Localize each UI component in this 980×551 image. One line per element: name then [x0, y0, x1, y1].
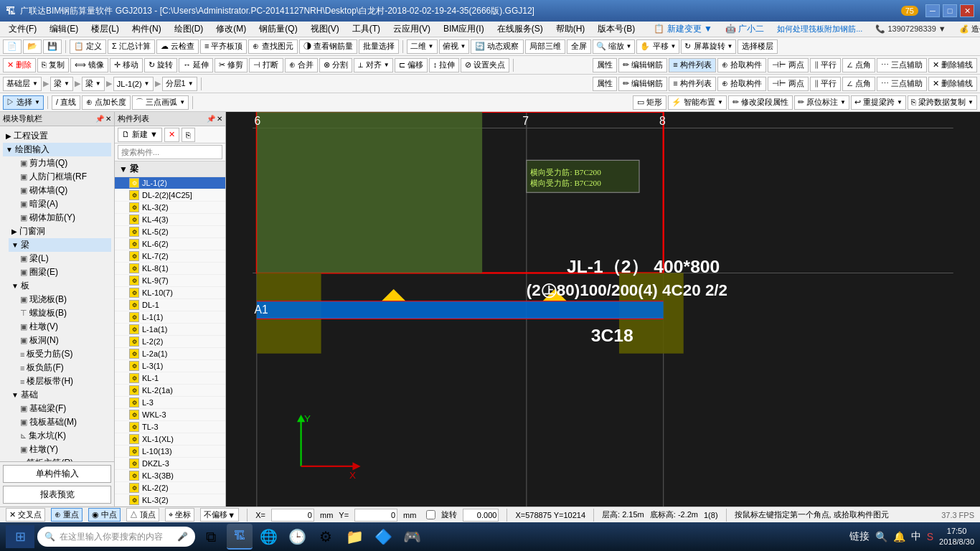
tb-trim[interactable]: ✂ 修剪: [215, 58, 248, 72]
comp-panel-pin[interactable]: 📌: [207, 115, 215, 123]
taskbar-app-taskview[interactable]: ⧉: [198, 524, 224, 550]
tb-calculate[interactable]: Σ 汇总计算: [108, 39, 155, 54]
nav-close[interactable]: ✕: [105, 115, 111, 123]
tb-point-len[interactable]: ⊕ 点加长度: [82, 95, 131, 110]
tb-align[interactable]: ⊥ 对齐 ▼: [354, 58, 393, 72]
tb-line[interactable]: / 直线: [52, 95, 80, 110]
tb-view-angle[interactable]: 俯视 ▼: [439, 39, 470, 54]
tb-define[interactable]: 📋 定义: [70, 39, 106, 54]
nav-item-hidden-beam[interactable]: ▣ 暗梁(A): [9, 197, 111, 211]
clock[interactable]: 17:50 2018/8/30: [939, 526, 974, 548]
nav-item-col-base[interactable]: ▣ 柱墩(Y): [9, 443, 111, 456]
comp-item-15[interactable]: ⚙ L-3(1): [115, 360, 225, 372]
canvas-area[interactable]: 6 7 8 A1 横向受力筋: B7C200 横向受力筋: B7C200 JL-…: [226, 112, 980, 507]
tb-layer[interactable]: 分层1 ▼: [162, 77, 197, 91]
menu-coins[interactable]: 💰 造价豆:0: [953, 22, 980, 36]
taskbar-app-diamond[interactable]: 🔷: [370, 524, 396, 550]
snap-cross[interactable]: ✕ 交叉点: [6, 508, 45, 522]
start-button[interactable]: ⊞: [6, 525, 34, 548]
tb-in-situ[interactable]: ✏ 原位标注 ▼: [794, 95, 849, 110]
tb-smart[interactable]: ⚡ 智能布置 ▼: [668, 95, 727, 110]
menu-draw[interactable]: 绘图(D): [169, 22, 209, 37]
comp-item-19[interactable]: ⚙ WKL-3: [115, 409, 225, 421]
taskbar-app-game[interactable]: 🎮: [399, 524, 425, 550]
tb-merge[interactable]: ⊕ 合并: [285, 58, 318, 72]
nav-item-masonry-wall[interactable]: ▣ 砌体墙(Q): [9, 184, 111, 197]
tb-rotate[interactable]: ↻ 屏幕旋转 ▼: [681, 39, 736, 54]
tb-2d[interactable]: 二维 ▼: [407, 39, 438, 54]
tb-mirror[interactable]: ⟺ 镜像: [70, 58, 108, 72]
snap-no-offset[interactable]: 不偏移 ▼: [200, 508, 239, 522]
menu-version[interactable]: 版本号(B): [592, 22, 641, 37]
comp-item-4[interactable]: ⚙ KL-5(2): [115, 226, 225, 238]
comp-item-24[interactable]: ⚙ KL-3(3B): [115, 470, 225, 482]
input-method-icon[interactable]: 中: [911, 530, 921, 543]
nav-group-slab[interactable]: ▼ 板: [9, 279, 111, 293]
comp-item-2[interactable]: ⚙ KL-3(2): [115, 202, 225, 214]
tb-three-point2[interactable]: ⋯ 三点辅助: [877, 77, 927, 91]
comp-copy-btn[interactable]: ⎘: [182, 128, 195, 142]
link-icon[interactable]: 链接: [849, 530, 870, 543]
comp-item-25[interactable]: ⚙ KL-2(2): [115, 482, 225, 494]
nav-item-ring-beam[interactable]: ▣ 圈梁(E): [9, 265, 111, 279]
tb-delete[interactable]: ✕ 删除: [3, 58, 36, 72]
tb-offset[interactable]: ⊏ 偏移: [395, 58, 428, 72]
taskbar-app-ggj[interactable]: 🏗: [227, 524, 253, 550]
nav-item-beam-l[interactable]: ▣ 梁(L): [9, 252, 111, 265]
tb-cloud-check[interactable]: ☁ 云检查: [156, 39, 199, 54]
nav-group-foundation[interactable]: ▼ 基础: [9, 388, 111, 402]
tb-move[interactable]: ✛ 移动: [110, 58, 143, 72]
tb-two-points[interactable]: ⊣⊢ 两点: [768, 58, 809, 72]
comp-item-11[interactable]: ⚙ L-1(1): [115, 311, 225, 324]
tb-point-angle2[interactable]: ∠ 点角: [842, 77, 875, 91]
menu-modify[interactable]: 修改(M): [210, 22, 252, 37]
nav-item-foundation-beam[interactable]: ▣ 基础梁(F): [9, 402, 111, 415]
menu-cloud[interactable]: 云应用(V): [387, 22, 436, 37]
notification-icon[interactable]: 🔔: [893, 531, 905, 542]
comp-item-13[interactable]: ⚙ L-2(2): [115, 336, 225, 348]
nav-item-civil-defense[interactable]: ▣ 人防门框墙(RF: [9, 170, 111, 184]
tb-parallel2[interactable]: ∥ 平行: [810, 77, 841, 91]
comp-item-1[interactable]: ⚙ DL-2(2)[4C25]: [115, 189, 225, 202]
minimize-btn[interactable]: ─: [925, 4, 940, 17]
comp-item-8[interactable]: ⚙ KL-9(7): [115, 275, 225, 287]
taskbar-search-bar[interactable]: 🔍 在这里输入你要搜索的内容 🎤: [37, 527, 195, 547]
tb-save[interactable]: 💾: [43, 39, 62, 54]
tb-comp-list2[interactable]: ≡ 构件列表: [669, 77, 715, 91]
tb-edit-steel2[interactable]: ✏ 编辑钢筋: [618, 77, 667, 91]
nav-item-slab-hole[interactable]: ▣ 板洞(N): [9, 334, 111, 347]
tb-fullscreen[interactable]: 全屏: [567, 39, 591, 54]
tb-copy[interactable]: ⎘ 复制: [37, 58, 69, 72]
snap-vertex[interactable]: △ 顶点: [126, 508, 159, 522]
tb-subtype-select[interactable]: 梁 ▼: [82, 77, 105, 91]
x-input[interactable]: [271, 509, 314, 522]
nav-item-raft-main[interactable]: ≡ 筏板主筋(R): [9, 456, 111, 461]
taskbar-app-file[interactable]: 📁: [341, 524, 367, 550]
menu-edit[interactable]: 编辑(E): [44, 22, 84, 37]
comp-item-7[interactable]: ⚙ KL-8(1): [115, 263, 225, 275]
tb-modify-seg[interactable]: ✏ 修改梁段属性: [728, 95, 793, 110]
comp-item-20[interactable]: ⚙ TL-3: [115, 421, 225, 433]
comp-new-btn[interactable]: 🗋 新建 ▼: [118, 128, 162, 142]
comp-item-12[interactable]: ⚙ L-1a(1): [115, 324, 225, 336]
tb-pan[interactable]: ✋ 平移 ▼: [636, 39, 679, 54]
menu-steel[interactable]: 钢筋量(Q): [253, 22, 303, 37]
menu-assistant[interactable]: 🤖 广小二: [720, 22, 770, 37]
tb-comp-list[interactable]: ≡ 构件列表: [669, 58, 715, 72]
single-component-btn[interactable]: 单构件输入: [3, 465, 111, 483]
tb-new[interactable]: 📄: [3, 39, 22, 54]
tb-set-grip[interactable]: ⊘ 设置夹点: [461, 58, 509, 72]
comp-item-16[interactable]: ⚙ KL-1: [115, 372, 225, 385]
comp-item-21[interactable]: ⚙ XL-1(XL): [115, 433, 225, 446]
tb-batch-select[interactable]: 批量选择: [359, 39, 399, 54]
tb-rotate2[interactable]: ↻ 旋转: [144, 58, 177, 72]
tb-local3d[interactable]: 局部三维: [525, 39, 565, 54]
menu-new-change[interactable]: 📋 新建变更 ▼: [648, 22, 718, 37]
taskbar-app-clock[interactable]: 🕒: [284, 524, 310, 550]
tb-del-aux2[interactable]: ✕ 删除辅线: [928, 77, 977, 91]
tb-dynamic[interactable]: 🔄 动态观察: [471, 39, 523, 54]
nav-group-drawing[interactable]: ▼ 绘图输入: [3, 143, 111, 156]
tb-zoom[interactable]: 🔍 缩放 ▼: [593, 39, 636, 54]
menu-layer[interactable]: 楼层(L): [85, 22, 125, 37]
tb-comp-name[interactable]: JL-1(2) ▼: [113, 77, 154, 91]
